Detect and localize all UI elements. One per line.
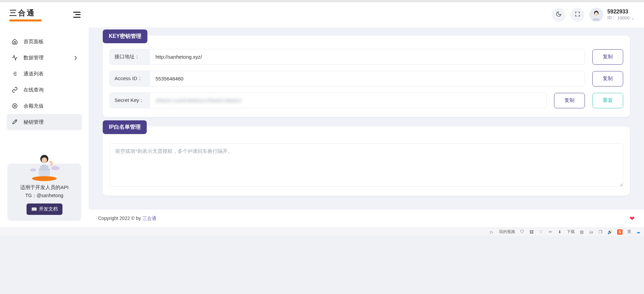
sidebar-item-label: 秘钥管理 xyxy=(24,119,44,125)
sidebar-item-label: 通道列表 xyxy=(24,71,44,77)
sidebar-promo: 适用于开发人员的API TG：@sanhetong 📖 开发文档 xyxy=(7,164,81,221)
promo-subtitle: TG：@sanhetong xyxy=(12,193,77,199)
svg-point-0 xyxy=(12,104,17,108)
sidebar-item-label: 数据管理 xyxy=(24,55,44,61)
volume-icon: 🔊 xyxy=(608,230,612,234)
sb-windows[interactable]: ❐ xyxy=(598,230,603,234)
dev-docs-button[interactable]: 📖 开发文档 xyxy=(27,203,62,215)
windows-icon: ❐ xyxy=(598,230,603,234)
copy-api-url-button[interactable]: 复制 xyxy=(592,49,623,65)
sb-download-arrow[interactable]: ⬇ xyxy=(557,230,562,234)
sb-scissors[interactable]: ✂ xyxy=(548,230,553,234)
svg-point-1 xyxy=(14,105,16,107)
download-arrow-icon: ⬇ xyxy=(557,230,562,234)
book-icon: 📖 xyxy=(31,207,37,212)
browser-status-bar: ▷ 我的视频 ⛉ 🖼 ♡ ✂ ⬇ 下载 ▤ 🗂 ❐ 🔊 S 英 ☁ xyxy=(0,228,644,236)
secret-key-row: Secret Key： d59e0c7a4ef24b89a1c2f3e6b7d8… xyxy=(109,93,623,108)
moon-icon xyxy=(556,11,562,18)
api-url-label: 接口地址： xyxy=(110,49,150,64)
sb-grid[interactable]: ▤ xyxy=(580,230,584,234)
topbar: 5922933 ID： 10000 ⌄ xyxy=(89,2,644,27)
wind-icon xyxy=(11,70,18,77)
sb-play[interactable]: ▷ xyxy=(490,230,494,234)
username: 5922933 xyxy=(607,9,635,15)
note-icon: 🗂 xyxy=(589,230,594,234)
promo-title: 适用于开发人员的API xyxy=(12,184,77,191)
scissors-icon: ✂ xyxy=(548,230,553,234)
maximize-icon xyxy=(574,11,581,18)
copy-secret-key-button[interactable]: 复制 xyxy=(554,93,585,108)
sidebar-item-data[interactable]: 数据管理 ❯ xyxy=(7,50,82,66)
play-icon: ▷ xyxy=(490,230,494,234)
sb-cloud[interactable]: ☁ xyxy=(636,230,641,234)
sidebar-item-channels[interactable]: 通道列表 xyxy=(7,66,82,82)
ip-whitelist-card: IP白名单管理 xyxy=(103,126,630,195)
reset-secret-key-button[interactable]: 重置 xyxy=(592,93,623,108)
shield-icon: ⛉ xyxy=(520,230,524,234)
grid-icon: ▤ xyxy=(580,230,584,234)
ip-whitelist-title: IP白名单管理 xyxy=(103,120,147,134)
promo-illustration xyxy=(26,151,63,182)
api-url-row: 接口地址： http://sanhetong.xyz/ 复制 xyxy=(109,49,623,65)
menu-toggle-icon[interactable] xyxy=(73,12,81,18)
key-management-title: KEY密钥管理 xyxy=(103,30,147,43)
secret-key-label: Secret Key： xyxy=(110,93,150,108)
target-icon xyxy=(11,103,18,109)
sidebar-item-recharge[interactable]: 余额充值 xyxy=(7,98,82,114)
link-icon xyxy=(11,86,18,93)
user-menu[interactable]: 5922933 ID： 10000 ⌄ xyxy=(589,8,635,22)
svg-line-2 xyxy=(15,121,16,121)
promo-button-label: 开发文档 xyxy=(39,206,58,212)
sb-volume[interactable]: 🔊 xyxy=(608,230,612,234)
key-management-card: KEY密钥管理 接口地址： http://sanhetong.xyz/ 复制 A… xyxy=(103,36,630,117)
sidebar-nav: 首页面板 数据管理 ❯ 通道列表 在线查询 xyxy=(0,27,89,130)
api-url-value: http://sanhetong.xyz/ xyxy=(150,49,585,64)
sidebar-item-dashboard[interactable]: 首页面板 xyxy=(7,34,82,50)
sb-note[interactable]: 🗂 xyxy=(589,230,594,234)
sb-image[interactable]: 🖼 xyxy=(529,230,534,234)
sb-ime-lang[interactable]: 英 xyxy=(627,229,631,235)
user-id: ID： 10000 ⌄ xyxy=(607,15,635,21)
image-icon: 🖼 xyxy=(529,230,534,234)
sb-my-video[interactable]: 我的视频 xyxy=(499,229,515,235)
sb-download[interactable]: 下载 xyxy=(567,229,575,235)
logo[interactable]: 三合通 xyxy=(9,8,42,21)
svg-point-8 xyxy=(51,166,60,170)
sidebar-item-label: 余额充值 xyxy=(24,103,44,109)
footer-brand-link[interactable]: 三合通 xyxy=(142,216,156,221)
access-id-label: Access ID： xyxy=(110,71,150,86)
activity-icon xyxy=(11,54,18,61)
api-url-field: 接口地址： http://sanhetong.xyz/ xyxy=(109,49,585,65)
ip-whitelist-input[interactable] xyxy=(109,143,623,187)
svg-point-3 xyxy=(32,176,56,181)
sb-ime[interactable]: S xyxy=(617,229,623,235)
secret-key-value: d59e0c7a4ef24b89a1c2f3e6b7d8a9c0 xyxy=(150,93,546,108)
app-root: 三合通 首页面板 数据管理 ❯ xyxy=(0,2,644,228)
home-icon xyxy=(11,38,18,45)
dark-mode-toggle[interactable] xyxy=(552,8,566,22)
sidebar-item-label: 首页面板 xyxy=(24,39,44,45)
chevron-down-icon: ⌄ xyxy=(631,15,635,20)
copy-access-id-button[interactable]: 复制 xyxy=(592,71,623,86)
sidebar: 三合通 首页面板 数据管理 ❯ xyxy=(0,2,89,228)
access-id-field: Access ID： 5535648460 xyxy=(109,71,585,86)
sidebar-header: 三合通 xyxy=(0,2,89,27)
chevron-right-icon: ❯ xyxy=(74,55,77,60)
copyright: Copyright 2022 © by 三合通 xyxy=(98,216,156,222)
secret-key-field: Secret Key： d59e0c7a4ef24b89a1c2f3e6b7d8… xyxy=(109,93,547,108)
access-id-value: 5535648460 xyxy=(150,71,585,86)
svg-point-7 xyxy=(42,157,47,163)
access-id-row: Access ID： 5535648460 复制 xyxy=(109,71,623,86)
heart-icon[interactable]: ❤ xyxy=(630,215,635,222)
sb-heart[interactable]: ♡ xyxy=(539,230,543,234)
avatar xyxy=(589,8,603,22)
fullscreen-button[interactable] xyxy=(570,8,585,22)
svg-point-11 xyxy=(595,12,598,15)
sidebar-item-query[interactable]: 在线查询 xyxy=(7,82,82,98)
sidebar-item-keys[interactable]: 秘钥管理 xyxy=(7,114,82,130)
sb-shield[interactable]: ⛉ xyxy=(520,230,524,234)
content: KEY密钥管理 接口地址： http://sanhetong.xyz/ 复制 A… xyxy=(89,27,644,210)
heartbeat-icon: ♡ xyxy=(539,230,543,234)
logo-text: 三合通 xyxy=(9,8,36,18)
sidebar-item-label: 在线查询 xyxy=(24,87,44,93)
